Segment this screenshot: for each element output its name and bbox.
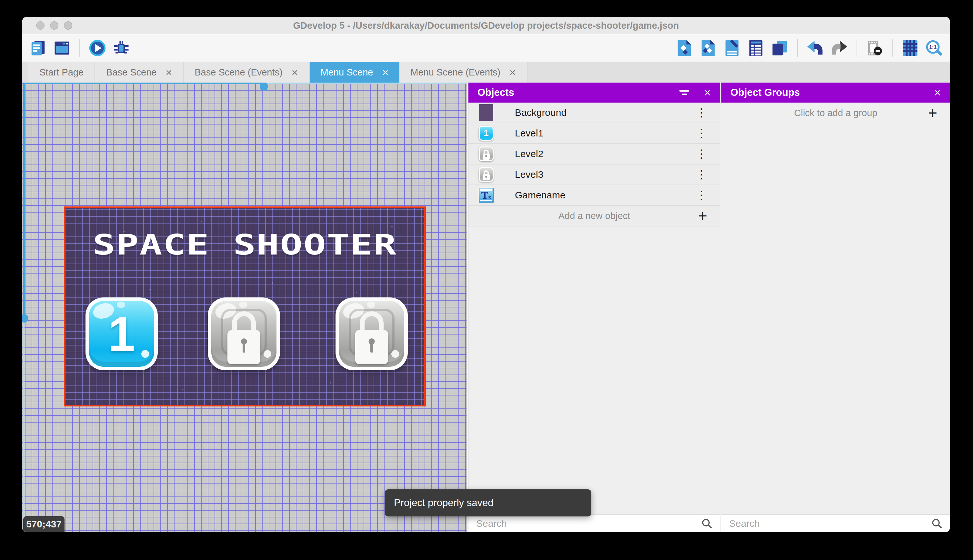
toggle-instances-list-button[interactable] <box>746 38 766 58</box>
title-bar: GDevelop 5 - /Users/dkarakay/Documents/G… <box>22 17 950 34</box>
objects-panel-empty-area <box>468 227 720 514</box>
object-groups-panel-header: Object Groups × <box>721 83 950 103</box>
preview-play-button[interactable] <box>88 38 107 58</box>
object-groups-search-bar <box>721 514 950 532</box>
object-menu-icon[interactable]: ⋮ <box>696 106 707 119</box>
redo-button[interactable] <box>830 38 849 58</box>
object-name: Level3 <box>515 169 543 180</box>
filter-icon[interactable] <box>680 90 689 95</box>
add-object-row[interactable]: Add a new object + <box>468 206 720 227</box>
vertical-scrollbar-track[interactable] <box>23 323 25 532</box>
object-groups-search-input[interactable] <box>729 518 931 529</box>
toast-message: Project properly saved <box>394 497 493 509</box>
close-object-groups-panel-icon[interactable]: × <box>934 87 941 99</box>
lock-shackle <box>360 311 383 332</box>
editor-tabs: Start Page Base Scene × Base Scene (Even… <box>22 62 950 83</box>
object-row-level2[interactable]: Level2 ⋮ <box>468 144 720 165</box>
close-window-button[interactable] <box>36 21 45 30</box>
gdevelop-window: GDevelop 5 - /Users/dkarakay/Documents/G… <box>22 17 950 532</box>
lock-shackle <box>232 311 256 332</box>
object-menu-icon[interactable]: ⋮ <box>696 147 707 161</box>
toolbar-separator <box>856 39 857 57</box>
tab-base-scene[interactable]: Base Scene × <box>95 62 183 83</box>
properties-panel-icon <box>723 39 741 57</box>
cursor-coordinates-badge: 570;437 <box>23 516 65 532</box>
object-menu-icon[interactable]: ⋮ <box>696 188 707 202</box>
level2-button-instance[interactable] <box>208 297 280 370</box>
toolbar-right-group: 1:1 <box>675 38 944 58</box>
objects-panel-title: Objects <box>478 87 680 98</box>
tab-label: Menu Scene <box>321 67 373 78</box>
redo-icon <box>830 39 848 57</box>
object-row-level1[interactable]: 1 Level1 ⋮ <box>468 123 720 144</box>
toggle-object-groups-panel-button[interactable] <box>698 38 718 58</box>
close-tab-icon[interactable]: × <box>165 67 172 78</box>
object-menu-icon[interactable]: ⋮ <box>696 127 707 140</box>
objects-search-input[interactable] <box>476 518 701 529</box>
vertical-scrollbar-thumb[interactable] <box>22 314 28 323</box>
objects-search-bar <box>468 514 720 532</box>
close-tab-icon[interactable]: × <box>382 67 388 78</box>
object-row-gamename[interactable]: Tx Gamename ⋮ <box>468 185 720 206</box>
minimize-window-button[interactable] <box>50 21 58 30</box>
editor-content: SPACE SHOOTER 1 <box>22 83 950 532</box>
project-manager-button[interactable] <box>28 38 48 58</box>
search-icon <box>931 518 942 529</box>
play-icon <box>89 39 106 57</box>
undo-button[interactable] <box>806 38 825 58</box>
game-title-text[interactable]: SPACE SHOOTER <box>22 228 467 261</box>
add-group-plus-icon[interactable]: + <box>928 105 937 121</box>
objects-panel-icon <box>676 39 693 57</box>
horizontal-scrollbar-track[interactable] <box>266 83 467 84</box>
window-title: GDevelop 5 - /Users/dkarakay/Documents/G… <box>22 17 950 34</box>
traffic-lights <box>36 21 72 30</box>
level3-button-instance[interactable] <box>335 297 408 370</box>
toggle-properties-panel-button[interactable] <box>722 38 742 58</box>
scene-window-selection[interactable]: SPACE SHOOTER 1 <box>64 207 426 407</box>
object-row-level3[interactable]: Level3 ⋮ <box>468 165 720 185</box>
project-manager-icon <box>29 39 47 57</box>
tab-base-scene-events[interactable]: Base Scene (Events) × <box>183 62 309 83</box>
object-menu-icon[interactable]: ⋮ <box>696 168 707 181</box>
object-groups-panel-title: Object Groups <box>730 87 934 98</box>
object-groups-empty-area <box>721 123 950 514</box>
toggle-layers-panel-button[interactable] <box>770 38 790 58</box>
tab-label: Start Page <box>39 67 83 78</box>
grid-icon <box>901 39 919 57</box>
close-tab-icon[interactable]: × <box>292 67 298 78</box>
toolbar-separator <box>892 39 893 57</box>
zoom-ratio-label: 1:1 <box>929 44 936 50</box>
tab-start-page[interactable]: Start Page <box>28 62 95 83</box>
lock-icon <box>355 330 388 364</box>
toolbar-left-group <box>28 38 131 58</box>
add-object-plus-icon[interactable]: + <box>698 208 707 223</box>
toggle-objects-panel-button[interactable] <box>675 38 694 58</box>
zoom-original-button[interactable]: 1:1 <box>924 38 944 58</box>
object-groups-panel-icon <box>700 39 717 57</box>
add-group-row[interactable]: Click to add a group + <box>721 103 950 123</box>
close-objects-panel-icon[interactable]: × <box>704 87 711 99</box>
scene-editor-canvas[interactable]: SPACE SHOOTER 1 <box>22 83 467 532</box>
open-window-button[interactable] <box>52 38 72 58</box>
toggle-grid-button[interactable] <box>900 38 920 58</box>
add-object-label: Add a new object <box>558 211 630 221</box>
level1-button-instance[interactable]: 1 <box>85 297 158 370</box>
instances-list-icon <box>747 39 765 57</box>
screenshot-stage: GDevelop 5 - /Users/dkarakay/Documents/G… <box>0 0 973 560</box>
zoom-one-to-one-icon: 1:1 <box>925 39 943 57</box>
horizontal-scrollbar-track[interactable] <box>23 83 264 84</box>
debug-button[interactable] <box>112 38 131 58</box>
close-tab-icon[interactable]: × <box>510 67 516 78</box>
level-number: 1 <box>89 301 154 367</box>
locked-button-icon <box>479 147 493 161</box>
horizontal-scrollbar-thumb[interactable] <box>260 83 268 91</box>
tab-menu-scene[interactable]: Menu Scene × <box>310 62 400 83</box>
toolbar-separator <box>797 39 798 57</box>
toggle-window-mask-button[interactable] <box>865 38 884 58</box>
level1-button-icon: 1 <box>479 126 493 141</box>
zoom-window-button[interactable] <box>64 21 72 30</box>
object-name: Level1 <box>515 128 543 139</box>
object-row-background[interactable]: Background ⋮ <box>468 103 720 123</box>
tab-menu-scene-events[interactable]: Menu Scene (Events) × <box>400 62 528 83</box>
vertical-scrollbar-track[interactable] <box>23 83 25 318</box>
